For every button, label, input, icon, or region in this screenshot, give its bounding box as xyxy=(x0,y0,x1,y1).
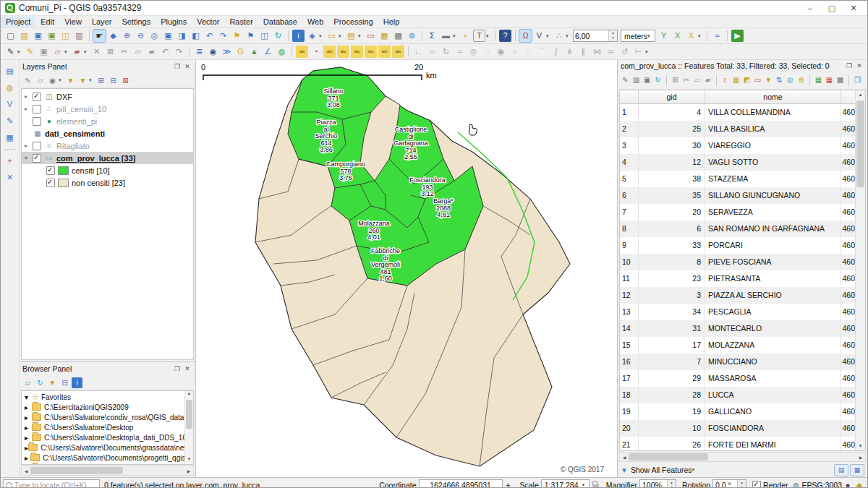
add-annotation-layer-icon[interactable]: ✎ xyxy=(4,115,16,127)
expander-icon[interactable] xyxy=(25,454,30,462)
snap-units-dropdown-icon[interactable] xyxy=(647,33,652,39)
zoom-full-icon[interactable]: ▣ xyxy=(162,30,174,42)
new-bookmark-icon[interactable]: ⚑ xyxy=(231,30,243,42)
extent-capture-icon[interactable]: + xyxy=(503,481,514,488)
split-features-icon[interactable]: ⋔ xyxy=(563,46,576,58)
paste-features-icon[interactable]: ▰ xyxy=(145,46,158,58)
browser-vertical-scrollbar[interactable]: ▲▼ xyxy=(184,391,193,464)
minimize-button[interactable]: – xyxy=(799,1,821,14)
vertex-tool-icon[interactable]: ✕ xyxy=(90,46,103,58)
row-number[interactable]: 8 xyxy=(620,221,639,237)
add-part-icon[interactable]: ◌ xyxy=(481,46,493,58)
layer-item[interactable]: censiti [10] xyxy=(22,164,193,176)
invert-selection-icon[interactable]: ◩ xyxy=(742,75,752,85)
menu-item-layer[interactable]: Layer xyxy=(87,17,117,27)
run-feature-action-dropdown-icon[interactable] xyxy=(319,33,324,39)
row-number[interactable]: 3 xyxy=(620,137,639,154)
row-number[interactable]: 10 xyxy=(620,254,639,270)
save-project-icon[interactable]: ▣ xyxy=(32,30,44,42)
run-feature-action-icon[interactable]: ◈ xyxy=(306,30,318,42)
row-number[interactable]: 4 xyxy=(620,154,639,171)
filter-by-expression-icon[interactable]: ▼ xyxy=(77,75,88,86)
add-vector-layer-icon[interactable]: V xyxy=(4,98,16,111)
table-row[interactable]: 167MINUCCIANO460 xyxy=(620,354,865,370)
row-number[interactable]: 19 xyxy=(620,403,639,420)
snap-on-intersection-icon[interactable]: X xyxy=(685,30,697,42)
browser-item[interactable]: C:\Users\Salvatore\Documents\grassdata\n… xyxy=(22,442,193,453)
remove-layer-icon[interactable]: ⊠ xyxy=(120,75,131,86)
field-calculator-icon[interactable]: ▩ xyxy=(392,30,404,42)
trim-extend-dropdown-icon[interactable] xyxy=(645,49,650,55)
scroll-left-icon[interactable]: ◀ xyxy=(620,455,629,460)
column-header-nome[interactable]: nome xyxy=(705,90,841,103)
snap-tolerance[interactable] xyxy=(573,30,618,42)
maximize-button[interactable]: ▢ xyxy=(821,1,843,14)
layer-item[interactable]: ≈Ritagliato xyxy=(22,140,193,152)
deselect-features-icon[interactable]: ▭ xyxy=(365,30,377,42)
scrollbar-thumb[interactable] xyxy=(856,100,864,187)
scale-combo[interactable]: 1:317.284 xyxy=(541,479,590,488)
table-horizontal-scrollbar[interactable]: ◀ ▶ xyxy=(619,452,866,462)
refresh-browser-icon[interactable]: ↻ xyxy=(35,377,46,388)
python-console-icon[interactable]: ≫ xyxy=(221,46,233,58)
clone-feature-icon[interactable]: ▱ xyxy=(426,46,438,58)
save-layer-edits-icon[interactable]: ▣ xyxy=(38,46,50,58)
scroll-right-icon[interactable]: ▶ xyxy=(184,468,193,474)
select-features-dropdown-icon[interactable] xyxy=(339,33,344,39)
column-header-gid[interactable]: gid xyxy=(639,90,705,103)
browser-item[interactable]: C:\Users\Salvatore\Desktop\a_dati_DDS_16 xyxy=(22,432,193,442)
grass-tools-icon[interactable]: G xyxy=(234,46,247,58)
topology-editing-icon[interactable]: Y xyxy=(658,30,670,42)
avoid-intersections-icon[interactable]: X xyxy=(671,30,684,42)
rotate-feature-icon[interactable]: ↻ xyxy=(440,46,452,58)
row-number[interactable]: 13 xyxy=(620,304,639,320)
switch-to-form-view-button[interactable]: ▤ xyxy=(834,464,848,476)
undock-panel-icon[interactable]: ❐ xyxy=(172,365,182,372)
row-number[interactable]: 7 xyxy=(620,204,639,221)
layout-manager-icon[interactable]: ▥ xyxy=(73,30,85,42)
snapping-mode-icon[interactable]: V xyxy=(533,30,545,42)
expander-icon[interactable] xyxy=(25,393,32,401)
manage-map-themes-icon[interactable]: ◉ xyxy=(47,75,58,86)
copy-features-icon[interactable]: ▱ xyxy=(132,46,144,58)
scrollbar-thumb[interactable] xyxy=(186,400,192,429)
snap-tolerance-spinner[interactable] xyxy=(608,30,617,41)
spin-up-icon[interactable] xyxy=(668,480,676,485)
zoom-native-icon[interactable]: ◎ xyxy=(148,30,161,42)
table-delete-feature-icon[interactable]: ⊠ xyxy=(671,75,680,85)
table-row[interactable]: 14VILLA COLLEMANDINA460 xyxy=(620,104,865,121)
switch-to-table-view-button[interactable]: ▦ xyxy=(850,464,864,476)
add-mesh-layer-icon[interactable]: ▦ xyxy=(4,132,16,144)
browser-item[interactable]: C:\Users\Salvatore\Documents\progetti_qg… xyxy=(22,453,193,463)
collapse-all-icon[interactable]: ⊟ xyxy=(108,75,119,86)
snap-units[interactable]: meters xyxy=(621,30,655,42)
table-toggle-editing-icon[interactable]: ✎ xyxy=(621,75,630,85)
delete-selected-icon[interactable]: ⊠ xyxy=(104,46,116,58)
pan-to-selection-icon[interactable]: ◎ xyxy=(786,75,795,85)
epsg-status[interactable]: EPSG:3003 xyxy=(802,481,842,488)
layer-labeling-icon[interactable]: abc xyxy=(296,46,308,58)
rotate-label-icon[interactable]: abc xyxy=(378,46,391,58)
column-header-blank[interactable] xyxy=(620,90,639,103)
zoom-out-icon[interactable]: ⊖ xyxy=(135,30,147,42)
toggle-editing-icon[interactable]: ✎ xyxy=(24,46,36,58)
row-number[interactable]: 2 xyxy=(620,121,639,137)
menu-item-project[interactable]: Project xyxy=(1,17,35,27)
crosshair-tool-icon[interactable]: + xyxy=(4,155,16,167)
expander-icon[interactable] xyxy=(25,93,33,100)
row-number[interactable]: 1 xyxy=(620,104,639,121)
menu-item-view[interactable]: View xyxy=(59,17,87,27)
refresh-map-icon[interactable]: ↻ xyxy=(272,30,284,42)
layer-item[interactable]: non censiti [23] xyxy=(22,176,193,189)
menu-item-settings[interactable]: Settings xyxy=(116,17,156,27)
expander-icon[interactable] xyxy=(25,106,33,112)
row-number[interactable]: 17 xyxy=(620,370,639,387)
open-attribute-table-icon[interactable]: ▦ xyxy=(378,30,391,42)
topology-checker-icon[interactable]: ✕ xyxy=(4,171,16,184)
trim-extend-icon[interactable]: ⊢ xyxy=(632,46,644,58)
manage-map-themes-dropdown-icon[interactable] xyxy=(59,77,64,83)
new-map-view-icon[interactable]: ◫ xyxy=(258,30,271,42)
layer-checkbox[interactable] xyxy=(33,93,41,101)
rotation-spinner[interactable]: 0.0 ° xyxy=(712,479,746,488)
measure-icon[interactable]: ▬ xyxy=(440,30,452,42)
